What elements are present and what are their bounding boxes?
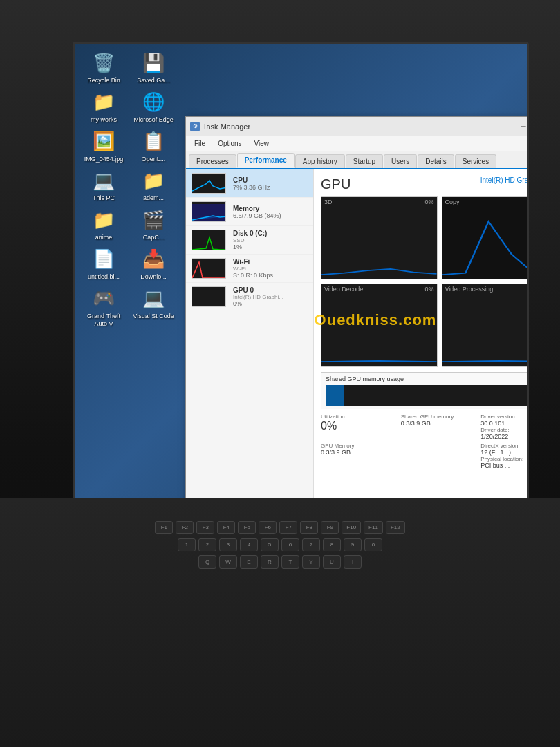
icon-downloads[interactable]: 📥 Downlo...	[130, 247, 177, 281]
key-f9[interactable]: F9	[321, 521, 339, 534]
key-t[interactable]: T	[281, 555, 299, 569]
tab-users[interactable]: Users	[384, 154, 417, 168]
tab-services[interactable]: Services	[455, 154, 496, 168]
desktop-icons-col2: 💾 Saved Ga... 🌐 Microsof Edge 📋 OpenL...…	[130, 50, 177, 320]
key-f10[interactable]: F10	[342, 521, 361, 534]
save-icon: 💾	[141, 50, 166, 75]
menu-view[interactable]: View	[249, 138, 275, 149]
icon-anime[interactable]: 📁 anime	[80, 208, 127, 241]
gpu-memory-stat-label: GPU Memory	[321, 443, 398, 449]
key-2[interactable]: 2	[198, 538, 216, 551]
svg-rect-1	[442, 197, 530, 279]
video-icon: 🎬	[141, 208, 166, 232]
key-i[interactable]: I	[344, 555, 362, 569]
icon-capc[interactable]: 🎬 CapC...	[130, 208, 177, 241]
icon-label-adem: adem...	[143, 194, 164, 202]
sidebar-wifi[interactable]: Wi-Fi Wi-Fi S: 0 R: 0 Kbps	[186, 255, 313, 283]
wifi-mini-graph	[192, 258, 226, 279]
icon-adem[interactable]: 📁 adem...	[130, 168, 177, 202]
key-f3[interactable]: F3	[196, 521, 214, 534]
menu-file[interactable]: File	[189, 138, 211, 149]
stat-gpu-memory: GPU Memory 0.3/3.9 GB	[321, 443, 398, 469]
memory-label: Memory	[233, 205, 281, 212]
wifi-detail: S: 0 R: 0 Kbps	[233, 272, 273, 279]
gpu-memory-fill	[326, 385, 344, 406]
memory-detail: 6.6/7.9 GB (84%)	[233, 212, 281, 219]
icon-this-pc[interactable]: 💻 This PC	[80, 168, 127, 202]
key-f6[interactable]: F6	[259, 521, 277, 534]
cpu-label: CPU	[233, 176, 270, 184]
sidebar-disk[interactable]: Disk 0 (C:) SSD 1%	[186, 226, 313, 255]
sidebar-cpu[interactable]: CPU 7% 3.36 GHz	[186, 169, 313, 198]
recycle-bin-icon: 🗑️	[91, 50, 116, 75]
key-f2[interactable]: F2	[176, 521, 194, 534]
icon-label-capc: CapC...	[143, 234, 165, 241]
gpu-memory-title: Shared GPU memory usage	[326, 376, 404, 382]
tab-performance[interactable]: Performance	[237, 153, 295, 168]
icon-img-file[interactable]: 🖼️ IMG_0454.jpg	[80, 129, 127, 163]
gpu-graph-videodecode: Video Decode 0%	[321, 284, 438, 367]
key-r[interactable]: R	[261, 555, 279, 569]
disk-detail: 1%	[233, 243, 267, 250]
icon-recycle-bin[interactable]: 🗑️ Recycle Bin	[80, 50, 127, 84]
gpu-graph-videoprocessing: Video Processing 0%	[442, 284, 530, 367]
key-7[interactable]: 7	[302, 538, 320, 551]
key-e[interactable]: E	[240, 555, 258, 569]
key-u[interactable]: U	[323, 555, 341, 569]
edge-icon: 🌐	[141, 90, 166, 115]
icon-label-gta: Grand Theft Auto V	[80, 313, 127, 328]
graph-3d-label: 3D	[324, 199, 333, 205]
menu-options[interactable]: Options	[212, 138, 247, 149]
key-8[interactable]: 8	[323, 538, 341, 551]
desktop-icons-col1: 🗑️ Recycle Bin 📁 my works 🖼️ IMG_0454.jp…	[80, 50, 127, 327]
key-f1[interactable]: F1	[155, 521, 173, 534]
icon-my-works[interactable]: 📁 my works	[80, 90, 127, 124]
key-5[interactable]: 5	[261, 538, 279, 551]
key-3[interactable]: 3	[219, 538, 237, 551]
app-icon: 📋	[141, 129, 166, 154]
tab-startup[interactable]: Startup	[346, 154, 383, 168]
icon-untitled[interactable]: 📄 untitled.bl...	[80, 247, 127, 281]
icon-saved[interactable]: 💾 Saved Ga...	[130, 50, 177, 84]
keyboard-row-fn: F1 F2 F3 F4 F5 F6 F7 F8 F9 F10 F11 F12	[0, 519, 560, 536]
key-y[interactable]: Y	[302, 555, 320, 569]
key-f7[interactable]: F7	[279, 521, 297, 534]
gpu-label: GPU 0	[233, 286, 283, 294]
sidebar-gpu[interactable]: GPU 0 Intel(R) HD Graphi... 0%	[186, 283, 313, 311]
icon-edge[interactable]: 🌐 Microsof Edge	[130, 90, 177, 124]
gpu-header: GPU Intel(R) HD Graphics 630	[321, 176, 529, 192]
stat-extra-info: DirectX version: 12 (FL 1...) Physical l…	[480, 443, 529, 469]
tab-processes[interactable]: Processes	[189, 154, 236, 168]
key-9[interactable]: 9	[344, 538, 362, 551]
graph-videodecode-label: Video Decode	[324, 286, 363, 293]
key-f11[interactable]: F11	[364, 521, 383, 534]
key-f8[interactable]: F8	[300, 521, 318, 534]
key-w[interactable]: W	[219, 555, 237, 569]
physical-location-value: PCI bus ...	[480, 462, 529, 469]
key-f5[interactable]: F5	[238, 521, 256, 534]
task-manager-menubar: File Options View	[186, 136, 529, 151]
driver-date-value: 1/20/2022	[480, 433, 529, 440]
tab-details[interactable]: Details	[418, 154, 454, 168]
key-f4[interactable]: F4	[217, 521, 235, 534]
icon-label-saved: Saved Ga...	[137, 77, 170, 84]
task-manager-titlebar: ⚙ Task Manager ─ □ ✕	[186, 117, 529, 136]
sidebar-memory[interactable]: Memory 6.6/7.9 GB (84%)	[186, 198, 313, 226]
key-4[interactable]: 4	[240, 538, 258, 551]
icon-label-openl: OpenL...	[142, 156, 166, 163]
minimize-button[interactable]: ─	[516, 121, 529, 132]
icon-gta[interactable]: 🎮 Grand Theft Auto V	[80, 286, 127, 328]
vscode-icon: 💻	[141, 286, 166, 311]
disk-label: Disk 0 (C:)	[233, 230, 267, 237]
icon-label-downloads: Downlo...	[140, 273, 167, 281]
graph-videodecode-percent: 0%	[424, 286, 433, 293]
key-6[interactable]: 6	[281, 538, 299, 551]
key-1[interactable]: 1	[178, 538, 196, 551]
key-0[interactable]: 0	[364, 538, 382, 551]
anime-folder-icon: 📁	[91, 208, 116, 232]
tab-app-history[interactable]: App history	[295, 154, 345, 168]
icon-vscode[interactable]: 💻 Visual St Code	[130, 286, 177, 320]
key-f12[interactable]: F12	[386, 521, 405, 534]
icon-openl[interactable]: 📋 OpenL...	[130, 129, 177, 163]
key-q[interactable]: Q	[198, 555, 216, 569]
